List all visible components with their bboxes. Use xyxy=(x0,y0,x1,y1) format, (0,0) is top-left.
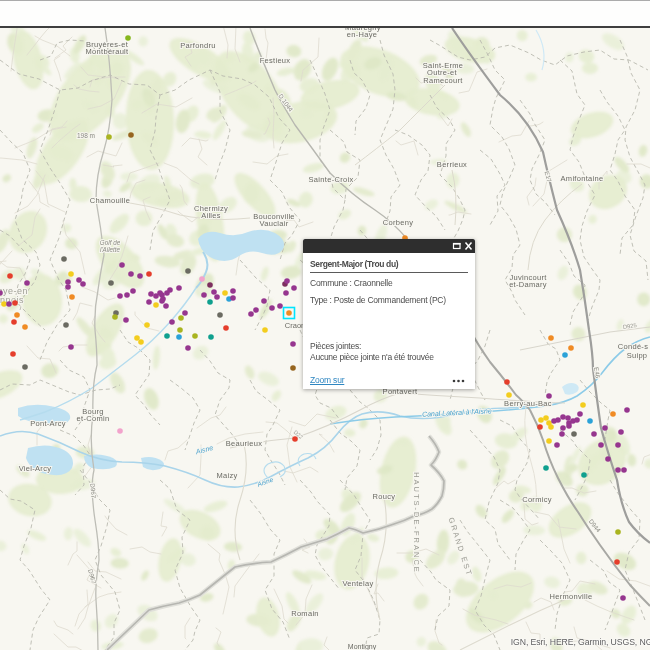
svg-text:en-Haye: en-Haye xyxy=(347,30,377,39)
svg-text:Berrieux: Berrieux xyxy=(437,160,467,169)
svg-text:Suipp: Suipp xyxy=(627,351,648,360)
svg-text:Viel-Arcy: Viel-Arcy xyxy=(19,464,52,473)
svg-text:Golf de: Golf de xyxy=(100,239,121,246)
svg-text:Maizy: Maizy xyxy=(216,471,237,480)
svg-text:Montigny: Montigny xyxy=(348,643,377,650)
svg-text:et-Damary: et-Damary xyxy=(509,280,547,289)
svg-text:Festieux: Festieux xyxy=(260,56,291,65)
svg-text:Ailles: Ailles xyxy=(201,211,221,220)
svg-text:Parfondru: Parfondru xyxy=(180,41,216,50)
svg-text:D967: D967 xyxy=(89,483,97,499)
svg-text:et-Comin: et-Comin xyxy=(77,414,110,423)
svg-text:Beaurieux: Beaurieux xyxy=(226,439,262,448)
svg-text:Condé-s: Condé-s xyxy=(618,342,648,351)
svg-text:Amifontaine: Amifontaine xyxy=(561,174,604,183)
svg-text:Berry-au-Bac: Berry-au-Bac xyxy=(504,399,552,408)
svg-text:Ventelay: Ventelay xyxy=(342,579,373,588)
svg-text:Chamouille: Chamouille xyxy=(90,196,131,205)
svg-text:Pont-Arcy: Pont-Arcy xyxy=(30,419,66,428)
svg-text:198 m: 198 m xyxy=(77,132,95,139)
svg-text:l'Ailette: l'Ailette xyxy=(100,246,121,253)
svg-text:Montbérault: Montbérault xyxy=(86,47,130,56)
svg-text:Vauclair: Vauclair xyxy=(260,219,289,228)
svg-text:Ramecourt: Ramecourt xyxy=(423,76,463,85)
svg-text:HAUTS-DE-FRANCE: HAUTS-DE-FRANCE xyxy=(412,472,421,574)
svg-text:Sainte-Croix: Sainte-Croix xyxy=(309,175,354,184)
svg-text:Romain: Romain xyxy=(291,609,319,618)
svg-text:Corbeny: Corbeny xyxy=(383,218,413,227)
svg-text:Hermonville: Hermonville xyxy=(550,592,593,601)
svg-text:Roucy: Roucy xyxy=(373,492,396,501)
svg-text:Cormicy: Cormicy xyxy=(522,495,552,504)
